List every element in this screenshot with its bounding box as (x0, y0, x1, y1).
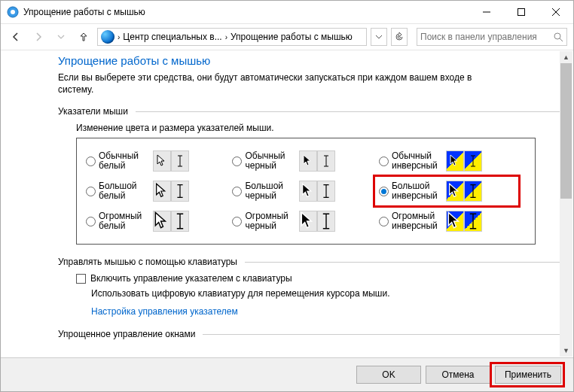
pointer-settings-link[interactable]: Настройка управления указателем (91, 306, 238, 317)
option-label: Обычный черный (245, 151, 296, 172)
option-label: Обычный белый (99, 151, 150, 172)
pointer-option-inverse-large[interactable]: Большой инверсный (379, 176, 525, 206)
cursor-preview (446, 181, 482, 202)
radio[interactable] (86, 217, 96, 226)
keyboard-desc: Использовать цифровую клавиатуру для пер… (91, 288, 560, 299)
divider (203, 334, 560, 335)
option-label: Большой инверсный (392, 181, 443, 202)
ok-button[interactable]: OK (356, 366, 421, 384)
pointer-option-white-xlarge[interactable]: Огромный белый (86, 206, 232, 236)
search-input[interactable] (420, 32, 553, 42)
option-label: Обычный инверсный (392, 151, 443, 172)
pointers-subdesc: Изменение цвета и размера указателей мыш… (76, 123, 560, 133)
cursor-preview (446, 211, 482, 232)
scroll-up-icon[interactable]: ▲ (560, 51, 572, 63)
search-box[interactable] (417, 28, 567, 46)
svg-point-1 (11, 10, 15, 14)
breadcrumb-item[interactable]: Центр специальных в... (123, 32, 221, 42)
cursor-preview (446, 150, 482, 172)
cursor-preview (299, 181, 335, 202)
radio[interactable] (379, 156, 389, 166)
chevron-right-icon: › (118, 33, 120, 41)
scrollbar[interactable]: ▲ ▼ (560, 51, 572, 357)
chevron-right-icon: › (225, 33, 227, 41)
page-description: Если вы выберете эти средства, они будут… (58, 71, 502, 96)
pointer-option-black-large[interactable]: Большой черный (232, 176, 378, 206)
scrollbar-thumb[interactable] (560, 63, 572, 199)
radio[interactable] (232, 187, 242, 196)
close-button[interactable] (539, 1, 573, 23)
section-title-text: Управлять мышью с помощью клавиатуры (58, 257, 237, 267)
control-panel-icon (101, 30, 114, 44)
divider (136, 111, 560, 112)
radio[interactable] (86, 187, 96, 196)
keyboard-mouse-checkbox-row[interactable]: Включить управление указателем с клавиат… (76, 273, 560, 284)
breadcrumb-item[interactable]: Упрощение работы с мышью (231, 32, 353, 42)
forward-button[interactable] (29, 28, 47, 46)
pointer-option-black-normal[interactable]: Обычный черный (232, 146, 378, 176)
option-label: Огромный черный (245, 211, 296, 232)
section-title-text: Упрощенное управление окнами (58, 329, 195, 339)
maximize-button[interactable] (504, 1, 539, 23)
pointer-option-white-normal[interactable]: Обычный белый (86, 146, 232, 176)
pointer-option-inverse-normal[interactable]: Обычный инверсный (379, 146, 525, 176)
cursor-preview (153, 181, 189, 202)
divider (245, 262, 560, 263)
section-keyboard: Управлять мышью с помощью клавиатуры (58, 257, 560, 267)
cancel-button[interactable]: Отмена (426, 366, 490, 384)
refresh-button[interactable] (391, 28, 408, 46)
back-button[interactable] (7, 28, 25, 46)
option-label: Большой черный (245, 181, 296, 202)
search-icon (553, 32, 563, 42)
radio[interactable] (86, 156, 96, 166)
page-heading[interactable]: Упрощение работы с мышью (58, 51, 560, 67)
scroll-down-icon[interactable]: ▼ (560, 345, 572, 357)
up-button[interactable] (75, 28, 93, 46)
cursor-preview (153, 211, 189, 232)
option-label: Огромный инверсный (392, 211, 443, 232)
svg-line-7 (560, 38, 563, 41)
section-window-mgmt: Упрощенное управление окнами (58, 329, 560, 339)
checkbox-label: Включить управление указателем с клавиат… (90, 273, 292, 284)
content-area: Упрощение работы с мышью Если вы выберет… (1, 51, 560, 357)
pointer-option-white-large[interactable]: Большой белый (86, 176, 232, 206)
navbar: › Центр специальных в... › Упрощение раб… (1, 23, 573, 50)
radio[interactable] (379, 187, 389, 196)
cursor-preview (299, 150, 335, 172)
option-label: Огромный белый (99, 211, 150, 232)
radio[interactable] (232, 156, 242, 166)
cursor-preview (299, 211, 335, 232)
option-label: Большой белый (99, 181, 150, 202)
titlebar: Упрощение работы с мышью (1, 1, 573, 23)
checkbox[interactable] (76, 274, 86, 284)
radio[interactable] (232, 217, 242, 226)
app-icon (7, 6, 19, 18)
apply-button[interactable]: Применить (495, 366, 561, 384)
pointer-grid: Обычный белый Обычный черный Обычный инв… (76, 138, 536, 245)
breadcrumb-dropdown[interactable] (371, 28, 387, 46)
recent-dropdown[interactable] (52, 28, 70, 46)
svg-rect-3 (518, 9, 525, 16)
pointer-option-black-xlarge[interactable]: Огромный черный (232, 206, 378, 236)
section-title-text: Указатели мыши (58, 106, 128, 117)
minimize-button[interactable] (469, 1, 504, 23)
window-title: Упрощение работы с мышью (23, 7, 469, 17)
section-pointers: Указатели мыши (58, 106, 560, 117)
cursor-preview (153, 150, 189, 172)
svg-point-6 (554, 33, 560, 39)
breadcrumb[interactable]: › Центр специальных в... › Упрощение раб… (97, 28, 367, 46)
radio[interactable] (379, 217, 389, 226)
footer: OK Отмена Применить (1, 357, 573, 391)
pointer-option-inverse-xlarge[interactable]: Огромный инверсный (379, 206, 525, 236)
